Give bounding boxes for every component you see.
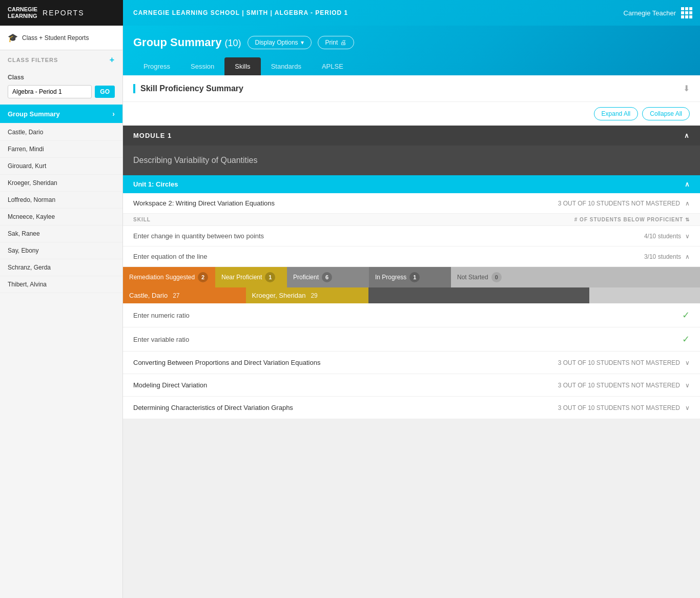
collapsed-workspace-right: 3 OUT OF 10 STUDENTS NOT MASTERED ∨ bbox=[558, 382, 690, 389]
sort-icon[interactable]: ⇅ bbox=[685, 217, 690, 222]
proficient-segment[interactable]: Proficient 6 bbox=[287, 267, 369, 287]
skill-proficiency-title: Skill Proficiency Summary bbox=[133, 84, 243, 93]
skill-name: Enter numeric ratio bbox=[133, 312, 190, 319]
expand-all-button[interactable]: Expand All bbox=[594, 107, 639, 120]
skill-name: Enter change in quantity between two poi… bbox=[133, 232, 264, 240]
chevron-down-icon: ▾ bbox=[301, 39, 304, 46]
class-student-reports-link[interactable]: 🎓 Class + Student Reports bbox=[0, 26, 122, 50]
students-column-label: # OF STUDENTS BELOW PROFICIENT bbox=[574, 217, 683, 222]
chevron-down-icon[interactable]: ∨ bbox=[685, 382, 690, 389]
collapsed-status: 3 OUT OF 10 STUDENTS NOT MASTERED bbox=[558, 404, 680, 411]
chevron-down-icon[interactable]: ∨ bbox=[685, 404, 690, 411]
list-item[interactable]: Thibert, Alvina bbox=[0, 276, 122, 293]
skill-chevron-up-icon[interactable]: ∧ bbox=[685, 253, 690, 260]
mastered-check-icon: ✓ bbox=[682, 310, 690, 321]
tab-standards[interactable]: Standards bbox=[261, 57, 312, 75]
collapsed-workspace-title: Modeling Direct Variation bbox=[133, 381, 207, 389]
class-label: Class bbox=[0, 70, 122, 83]
workspace-right: 3 OUT OF 10 STUDENTS NOT MASTERED ∧ bbox=[558, 200, 690, 207]
unit-header[interactable]: Unit 1: Circles ∧ bbox=[123, 175, 700, 193]
list-item[interactable]: Loffredo, Norman bbox=[0, 192, 122, 209]
list-item[interactable]: Mcneece, Kaylee bbox=[0, 209, 122, 225]
tab-aplse[interactable]: APLSE bbox=[312, 57, 354, 75]
collapsed-workspace-row[interactable]: Determining Characteristics of Direct Va… bbox=[123, 397, 700, 419]
user-name: Carnegie Teacher bbox=[624, 9, 676, 17]
download-icon[interactable]: ⬇ bbox=[683, 84, 690, 93]
main-layout: 🎓 Class + Student Reports CLASS FILTERS … bbox=[0, 26, 700, 598]
group-summary-nav-item[interactable]: Group Summary › bbox=[0, 105, 122, 123]
display-options-button[interactable]: Display Options ▾ bbox=[248, 36, 312, 49]
skill-column-label: SKILL bbox=[133, 217, 151, 222]
skill-row[interactable]: Enter variable ratio ✓ bbox=[123, 327, 700, 352]
skill-row[interactable]: Enter equation of the line 3/10 students… bbox=[123, 246, 700, 267]
student-name: Castle, Dario bbox=[129, 292, 168, 299]
list-item[interactable]: Castle, Dario bbox=[0, 124, 122, 141]
remediation-count: 2 bbox=[198, 272, 208, 282]
printer-icon: 🖨 bbox=[340, 39, 346, 46]
student-score: 29 bbox=[311, 292, 317, 299]
tab-session[interactable]: Session bbox=[180, 57, 224, 75]
tab-progress[interactable]: Progress bbox=[133, 57, 180, 75]
module-collapse-icon[interactable]: ∧ bbox=[684, 132, 690, 139]
tab-skills[interactable]: Skills bbox=[224, 57, 260, 75]
user-area: Carnegie Teacher bbox=[616, 7, 700, 18]
collapsed-workspace-row[interactable]: Modeling Direct Variation 3 OUT OF 10 ST… bbox=[123, 374, 700, 397]
class-dropdown[interactable]: Algebra - Period 1 bbox=[8, 85, 92, 98]
list-item[interactable]: Say, Ebony bbox=[0, 242, 122, 259]
page-title-row: Group Summary (10) Display Options ▾ Pri… bbox=[133, 36, 690, 49]
skill-right: ✓ bbox=[682, 334, 690, 345]
add-filter-icon[interactable]: + bbox=[110, 55, 115, 65]
not-started-count: 0 bbox=[491, 272, 502, 282]
class-filters-label: CLASS FILTERS bbox=[8, 57, 58, 63]
top-navigation: CARNEGIE LEARNING REPORTS CARNEGIE LEARN… bbox=[0, 0, 700, 26]
remediation-label: Remediation Suggested bbox=[129, 274, 195, 281]
collapse-all-button[interactable]: Collapse All bbox=[642, 107, 690, 120]
main-header: Group Summary (10) Display Options ▾ Pri… bbox=[123, 26, 700, 75]
collapsed-workspace-row[interactable]: Converting Between Proportions and Direc… bbox=[123, 352, 700, 374]
skill-table-header: SKILL # OF STUDENTS BELOW PROFICIENT ⇅ bbox=[123, 214, 700, 226]
sidebar: 🎓 Class + Student Reports CLASS FILTERS … bbox=[0, 26, 123, 598]
not-started-segment[interactable]: Not Started 0 bbox=[451, 267, 700, 287]
module-subtitle: Describing Variability of Quantities bbox=[123, 146, 700, 175]
class-filters-header: CLASS FILTERS + bbox=[0, 50, 122, 70]
empty-proficient-cell bbox=[368, 287, 479, 303]
list-item[interactable]: Farren, Mindi bbox=[0, 141, 122, 158]
student-cell[interactable]: Kroeger, Sheridan 29 bbox=[246, 287, 369, 303]
grid-menu-icon[interactable] bbox=[681, 7, 692, 18]
group-summary-label: Group Summary bbox=[8, 110, 60, 118]
student-cell[interactable]: Castle, Dario 27 bbox=[123, 287, 246, 303]
list-item[interactable]: Girouard, Kurt bbox=[0, 158, 122, 175]
unit-collapse-icon[interactable]: ∧ bbox=[685, 180, 690, 188]
workspace-row[interactable]: Workspace 2: Writing Direct Variation Eq… bbox=[123, 193, 700, 214]
skill-row[interactable]: Enter change in quantity between two poi… bbox=[123, 226, 700, 246]
print-button[interactable]: Print 🖨 bbox=[318, 36, 355, 49]
unit-label: Unit 1: Circles bbox=[133, 180, 178, 188]
workspace-title: Workspace 2: Writing Direct Variation Eq… bbox=[133, 199, 275, 207]
class-select-row: Algebra - Period 1 GO bbox=[0, 83, 122, 105]
workspace-chevron-up-icon[interactable]: ∧ bbox=[685, 200, 690, 207]
skill-row[interactable]: Enter numeric ratio ✓ bbox=[123, 303, 700, 327]
mastered-check-icon: ✓ bbox=[682, 334, 690, 345]
skill-student-count: 4/10 students bbox=[644, 233, 681, 240]
not-started-label: Not Started bbox=[457, 274, 488, 281]
class-reports-label: Class + Student Reports bbox=[22, 34, 89, 42]
list-item[interactable]: Sak, Ranee bbox=[0, 225, 122, 242]
collapsed-status: 3 OUT OF 10 STUDENTS NOT MASTERED bbox=[558, 382, 680, 389]
chevron-right-icon: › bbox=[112, 110, 115, 118]
near-proficient-segment[interactable]: Near Proficient 1 bbox=[215, 267, 287, 287]
carnegie-learning-logo: CARNEGIE LEARNING bbox=[8, 6, 37, 19]
skill-name: Enter equation of the line bbox=[133, 253, 208, 260]
student-score: 27 bbox=[173, 292, 179, 299]
workspace-status: 3 OUT OF 10 STUDENTS NOT MASTERED bbox=[558, 200, 680, 207]
skill-proficiency-header: Skill Proficiency Summary ⬇ bbox=[123, 75, 700, 102]
breadcrumb: CARNEGIE LEARNING SCHOOL | SMITH | ALGEB… bbox=[123, 9, 616, 16]
list-item[interactable]: Kroeger, Sheridan bbox=[0, 175, 122, 192]
skill-chevron-down-icon[interactable]: ∨ bbox=[685, 233, 690, 240]
remediation-segment[interactable]: Remediation Suggested 2 bbox=[123, 267, 215, 287]
collapsed-workspace-right: 3 OUT OF 10 STUDENTS NOT MASTERED ∨ bbox=[558, 359, 690, 366]
go-button[interactable]: GO bbox=[95, 86, 115, 98]
chevron-down-icon[interactable]: ∨ bbox=[685, 359, 690, 366]
in-progress-segment[interactable]: In Progress 1 bbox=[369, 267, 451, 287]
list-item[interactable]: Schranz, Gerda bbox=[0, 259, 122, 276]
page-title: Group Summary (10) bbox=[133, 36, 241, 49]
